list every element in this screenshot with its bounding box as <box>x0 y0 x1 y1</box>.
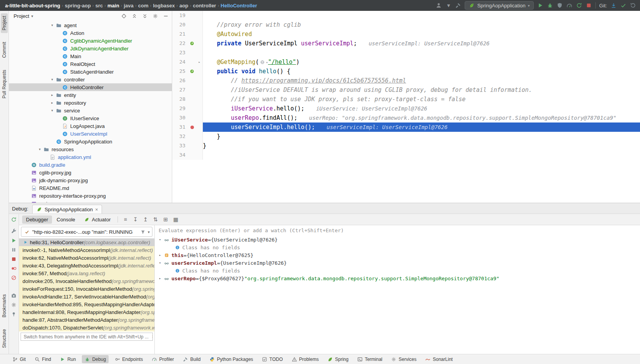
editor-line[interactable]: 22 private UserServiceImpl userServiceIm… <box>172 39 640 48</box>
statusbar-item-problems[interactable]: Problems <box>289 355 322 363</box>
sort-icon[interactable]: ⇅ <box>151 216 160 223</box>
breakpoint-icon[interactable] <box>189 124 195 130</box>
editor-line[interactable]: 31 userServiceImpl.hello();userServiceIm… <box>172 122 640 132</box>
statusbar-item-build[interactable]: Build <box>180 355 203 363</box>
tree-item[interactable]: CJdkDynamicAgentHandler <box>9 45 172 52</box>
tab-debugger[interactable]: Debugger <box>22 216 52 224</box>
spring-bean-icon[interactable] <box>189 40 195 47</box>
tree-item[interactable]: CMain <box>9 52 172 60</box>
run-config-selector[interactable]: SpringAopApplication ▾ <box>465 1 533 10</box>
code-line[interactable] <box>203 48 640 57</box>
statusbar-item-services[interactable]: Services <box>388 355 419 363</box>
stack-frame[interactable]: handle:87, AbstractHandlerMethodAdapter … <box>19 316 154 324</box>
view-breakpoints-icon[interactable] <box>10 265 18 272</box>
line-number[interactable]: 31 <box>172 122 188 132</box>
tool-window-button-commit[interactable]: Commit <box>1 39 8 60</box>
stack-frame[interactable]: handleInternal:808, RequestMappingHandle… <box>19 308 154 316</box>
code-line[interactable]: iUserService.hello();iUserService: UserS… <box>203 104 640 113</box>
code-line[interactable] <box>203 150 640 160</box>
stack-frame[interactable]: invoke:62, NativeMethodAccessorImpl (jdk… <box>19 254 154 262</box>
close-icon[interactable]: × <box>152 334 153 340</box>
tree-item[interactable]: JLogAspect.java <box>9 122 172 130</box>
tool-window-button-bookmarks[interactable]: Bookmarks <box>1 292 8 320</box>
line-number[interactable]: 19 <box>172 11 188 20</box>
tree-item[interactable]: CAction <box>9 29 172 37</box>
tree-item[interactable]: application.yml <box>9 153 172 161</box>
editor-line[interactable]: 33} <box>172 141 640 150</box>
line-number[interactable]: 30 <box>172 113 188 122</box>
code-line[interactable]: public void hello() { <box>203 67 640 76</box>
chevron-right-icon[interactable]: ▸ <box>157 276 163 280</box>
commit-icon[interactable] <box>620 2 626 9</box>
editor-line[interactable]: 23 <box>172 48 640 57</box>
tree-item[interactable]: repository-interface-proxy.png <box>9 192 172 200</box>
view-options-icon[interactable]: ▦ <box>171 216 180 223</box>
statusbar-item-terminal[interactable]: Terminal <box>354 355 385 363</box>
line-number[interactable]: 21 <box>172 29 188 39</box>
code-line[interactable]: userRepo.findAll();userRepo: "org.spring… <box>203 113 640 122</box>
line-number[interactable]: 29 <box>172 104 188 113</box>
update-application-icon[interactable] <box>10 228 18 235</box>
statusbar-item-debug[interactable]: Debug <box>82 355 109 363</box>
chevron-down-icon[interactable]: ▾ <box>31 14 33 18</box>
statusbar-item-python-packages[interactable]: Python Packages <box>206 355 256 363</box>
breadcrumb-item[interactable]: com <box>137 3 150 9</box>
stack-frame[interactable]: hello:31, HelloController (com.logbasex.… <box>19 238 154 246</box>
tab-console[interactable]: Console <box>53 216 79 224</box>
collapse-all-icon[interactable] <box>131 13 137 19</box>
tree-item[interactable]: ▾service <box>9 107 172 114</box>
url-mapping-icon[interactable] <box>259 59 266 66</box>
evaluate-expression-input[interactable] <box>155 225 640 236</box>
editor-line[interactable]: 20 //proxy error with cglib <box>172 20 640 29</box>
revert-icon[interactable] <box>630 2 636 9</box>
user-icon[interactable] <box>436 2 442 9</box>
thread-dump-icon[interactable] <box>10 292 18 299</box>
variable-message-row[interactable]: Class has no fields <box>155 243 640 251</box>
debugger-settings-icon[interactable] <box>10 301 18 308</box>
line-number[interactable]: 32 <box>172 132 188 141</box>
chevron-down-icon[interactable]: ▾ <box>157 238 163 242</box>
breadcrumb-item[interactable]: HelloController <box>220 3 258 9</box>
editor-line[interactable]: 34 <box>172 150 640 160</box>
spring-bean-icon[interactable] <box>189 68 195 74</box>
fold-marker-icon[interactable]: ▸ <box>196 57 202 67</box>
hide-icon[interactable] <box>163 13 169 19</box>
stack-frame[interactable]: invokeAndHandle:117, ServletInvocableHan… <box>19 293 154 300</box>
debug-icon[interactable] <box>547 2 553 9</box>
chevron-down-icon[interactable]: ▾ <box>157 261 163 265</box>
editor-line[interactable]: 27 //iUserService DEFAULT is wrap around… <box>172 85 640 95</box>
rerun-debug-icon[interactable] <box>10 216 18 223</box>
variable-message-row[interactable]: Class has no fields <box>155 267 640 274</box>
scroll-down-icon[interactable]: ↧ <box>131 216 140 223</box>
line-number[interactable]: 20 <box>172 20 188 29</box>
scroll-up-icon[interactable]: ↥ <box>141 216 150 223</box>
expand-all-icon[interactable] <box>142 13 148 19</box>
tree-item[interactable]: CUserServiceImpl <box>9 130 172 138</box>
stack-frame[interactable]: invoke0:-1, NativeMethodAccessorImpl (jd… <box>19 246 154 254</box>
breadcrumb-item[interactable]: src <box>94 3 104 9</box>
thread-selector[interactable]: "http-nio-8282-exec-...oup "main": RUNNI… <box>21 227 152 237</box>
tree-item[interactable]: ▾controller <box>9 76 172 83</box>
statusbar-item-run[interactable]: Run <box>57 355 79 363</box>
pause-icon[interactable] <box>10 246 18 253</box>
breadcrumb-item[interactable]: spring-aop <box>64 3 92 9</box>
variable-row[interactable]: ▸this = {HelloController@7625} <box>155 251 640 259</box>
tree-item[interactable]: ▾agent <box>9 21 172 29</box>
chevron-down-icon[interactable]: ▾ <box>37 147 43 151</box>
editor-line[interactable]: 29 iUserService.hello();iUserService: Us… <box>172 104 640 113</box>
code-line[interactable]: //if you want to use JDK proxy, pls set:… <box>203 95 640 104</box>
code-line[interactable]: //proxy error with cglib <box>203 20 640 29</box>
tree-item[interactable]: jdk-dynamic-proxy.jpg <box>9 176 172 184</box>
code-line[interactable]: userServiceImpl.hello();userServiceImpl:… <box>203 122 640 132</box>
line-number[interactable]: 23 <box>172 48 188 57</box>
stack-frame[interactable]: doInvoke:205, InvocableHandlerMethod (or… <box>19 277 154 285</box>
statusbar-item-git[interactable]: Git <box>9 355 28 363</box>
stop-process-icon[interactable] <box>10 255 18 262</box>
tree-item[interactable]: CRealObject <box>9 60 172 68</box>
close-tab-icon[interactable]: × <box>95 207 98 212</box>
editor-line[interactable]: 26 // https://programming.vip/docs/61c5b… <box>172 76 640 85</box>
tree-item[interactable]: spring-aop-weaver.png <box>9 200 172 203</box>
statusbar-item-endpoints[interactable]: Endpoints <box>112 355 145 363</box>
breadcrumb-item[interactable]: logbasex <box>152 3 176 9</box>
code-line[interactable] <box>203 11 640 20</box>
